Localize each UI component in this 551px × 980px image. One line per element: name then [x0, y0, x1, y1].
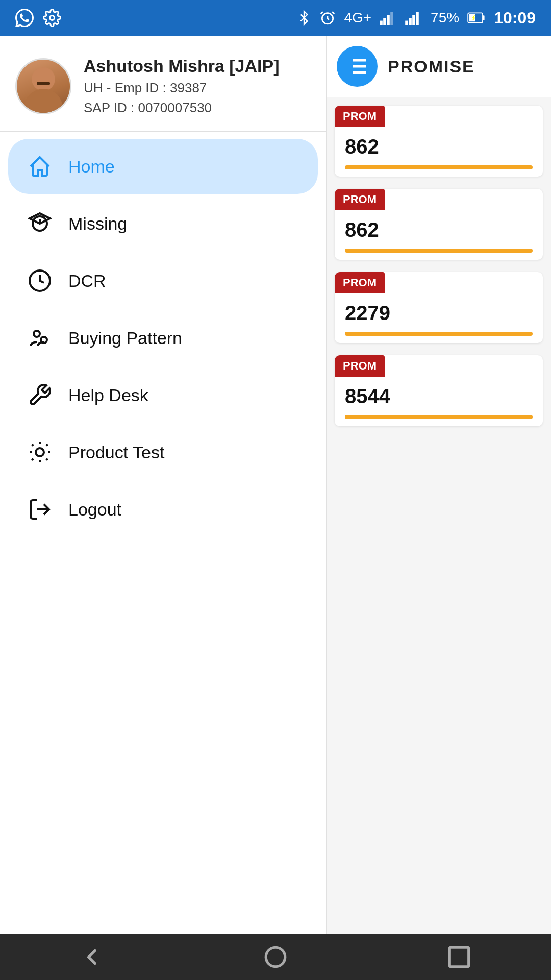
card-value-1: 862: [335, 127, 543, 161]
svg-rect-2: [380, 21, 383, 25]
svg-rect-3: [383, 18, 386, 25]
settings-icon: [43, 9, 61, 27]
nav-item-home[interactable]: Home: [8, 139, 318, 194]
nav-item-buying-pattern[interactable]: Buying Pattern: [8, 310, 318, 365]
svg-rect-11: [483, 15, 485, 20]
svg-rect-4: [387, 15, 390, 25]
svg-point-18: [34, 331, 40, 337]
nav-item-help-desk[interactable]: Help Desk: [8, 368, 318, 423]
nav-item-product-test[interactable]: Product Test: [8, 425, 318, 480]
recent-apps-button[interactable]: [439, 937, 480, 977]
nav-label-product-test: Product Test: [68, 443, 164, 462]
card-2: PROM 862: [335, 189, 543, 260]
card-value-3: 2279: [335, 293, 543, 328]
home-nav-icon: [263, 944, 288, 970]
drawer: Ashutosh Mishra [JAIP] UH - Emp ID : 393…: [0, 36, 327, 934]
avatar-head: [32, 67, 55, 91]
card-tag-4: PROM: [335, 355, 385, 377]
svg-rect-7: [409, 18, 412, 25]
list-icon: [345, 54, 369, 79]
cards-container: PROM 862 PROM 862 PROM 2279 PROM 8544: [327, 97, 551, 447]
home-button[interactable]: [255, 937, 296, 977]
card-tag-2: PROM: [335, 189, 385, 210]
svg-rect-9: [416, 12, 419, 25]
logout-icon: [27, 496, 53, 523]
svg-line-28: [46, 444, 48, 446]
svg-point-36: [266, 947, 285, 967]
signal2-icon: [405, 11, 422, 25]
missing-icon: [27, 210, 53, 237]
whatsapp-icon: [15, 9, 34, 27]
nav-label-help-desk: Help Desk: [68, 385, 148, 405]
profile-sap-id: SAP ID : 0070007530: [84, 100, 279, 116]
svg-rect-6: [405, 21, 408, 25]
alarm-icon: [319, 10, 336, 26]
svg-line-23: [32, 444, 33, 446]
card-bar-1: [345, 165, 533, 169]
card-bar-4: [345, 415, 533, 419]
card-tag-1: PROM: [335, 106, 385, 127]
battery-icon: [467, 11, 486, 25]
dcr-icon: [27, 267, 53, 294]
svg-rect-8: [412, 15, 415, 25]
profile-emp-id: UH - Emp ID : 39387: [84, 80, 279, 96]
profile-section: Ashutosh Mishra [JAIP] UH - Emp ID : 393…: [0, 36, 326, 132]
recent-apps-icon: [446, 944, 472, 970]
nav-label-dcr: DCR: [68, 271, 106, 291]
avatar: [15, 58, 71, 114]
network-label: 4G+: [344, 10, 371, 26]
home-icon: [27, 153, 53, 180]
back-button[interactable]: [71, 937, 112, 977]
nav-item-dcr[interactable]: DCR: [8, 253, 318, 308]
list-icon-circle: [337, 46, 378, 87]
profile-name: Ashutosh Mishra [JAIP]: [84, 56, 279, 76]
main-layout: Ashutosh Mishra [JAIP] UH - Emp ID : 393…: [0, 36, 551, 934]
profile-info: Ashutosh Mishra [JAIP] UH - Emp ID : 393…: [84, 56, 279, 116]
avatar-image: [17, 58, 70, 114]
bluetooth-icon: [297, 10, 311, 26]
nav-label-logout: Logout: [68, 500, 121, 520]
product-test-icon: [27, 439, 53, 465]
svg-rect-37: [449, 947, 469, 967]
card-bar-3: [345, 332, 533, 336]
back-icon: [79, 944, 105, 970]
signal-icon: [380, 11, 397, 25]
nav-label-missing: Missing: [68, 214, 127, 234]
nav-item-missing[interactable]: Missing: [8, 196, 318, 251]
card-tag-3: PROM: [335, 272, 385, 293]
card-value-4: 8544: [335, 377, 543, 411]
avatar-mustache: [37, 82, 50, 85]
svg-point-20: [36, 448, 44, 456]
nav-label-home: Home: [68, 157, 115, 177]
nav-item-logout[interactable]: Logout: [8, 482, 318, 537]
bottom-nav: [0, 934, 551, 980]
avatar-body: [24, 89, 63, 114]
buying-pattern-icon: [27, 325, 53, 351]
right-panel: PROMISE PROM 862 PROM 862 PROM 2279: [327, 36, 551, 934]
card-bar-2: [345, 249, 533, 253]
promise-label: PROMISE: [388, 57, 475, 77]
status-left-icons: [15, 9, 61, 27]
svg-line-24: [46, 459, 48, 460]
card-3: PROM 2279: [335, 272, 543, 343]
status-bar: 4G+ 75% 10:09: [0, 0, 551, 36]
svg-point-0: [50, 16, 55, 20]
battery-label: 75%: [431, 10, 459, 26]
nav-menu: Home Missing: [0, 132, 326, 934]
time-display: 10:09: [494, 9, 536, 28]
nav-label-buying-pattern: Buying Pattern: [68, 328, 182, 348]
svg-rect-5: [390, 12, 393, 25]
card-4: PROM 8544: [335, 355, 543, 426]
status-right-info: 4G+ 75% 10:09: [297, 9, 536, 28]
card-value-2: 862: [335, 210, 543, 244]
svg-line-27: [32, 459, 33, 460]
card-1: PROM 862: [335, 106, 543, 177]
right-panel-header: PROMISE: [327, 36, 551, 97]
help-desk-icon: [27, 382, 53, 408]
